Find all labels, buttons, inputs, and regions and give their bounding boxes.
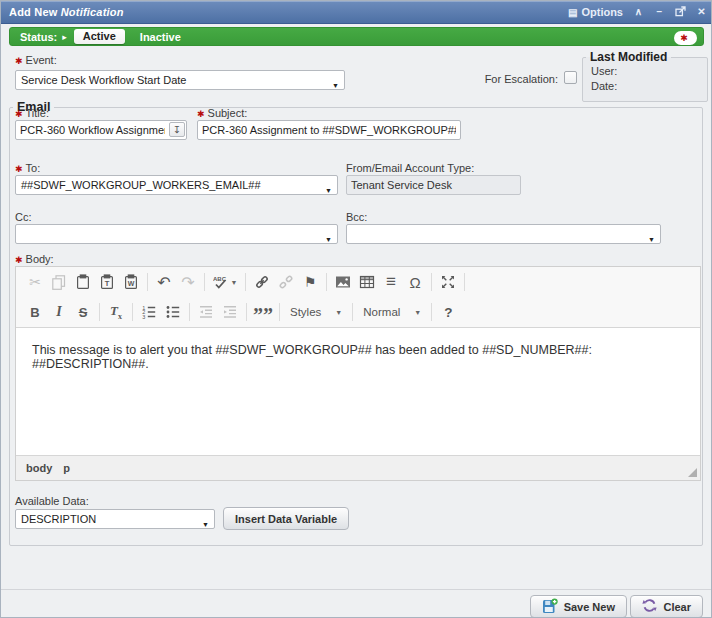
editor-toolbar-row2: B I S Tx 123 ”” Styles ▼ — [16, 297, 700, 327]
about-help-icon[interactable]: ? — [436, 300, 460, 324]
last-modified-fieldset: Last Modified User: Date: — [582, 50, 708, 102]
styles-dropdown[interactable]: Styles ▼ — [284, 300, 348, 324]
spell-check-icon[interactable]: ABC ▼ — [209, 270, 241, 294]
available-data-select[interactable]: DESCRIPTION ▼ — [15, 509, 215, 529]
redo-icon[interactable]: ↷ — [176, 270, 200, 294]
to-select[interactable]: ##SDWF_WORKGROUP_WORKERS_EMAIL## ▼ — [15, 175, 338, 195]
required-asterisk-icon: ✱ — [15, 255, 23, 265]
copy-icon[interactable] — [47, 270, 71, 294]
numbered-list-icon[interactable]: 123 — [137, 300, 161, 324]
minimize-icon[interactable]: − — [654, 7, 665, 17]
status-label: Status: — [20, 31, 57, 43]
element-path-p[interactable]: p — [63, 462, 70, 474]
dropdown-arrow-icon: ▼ — [325, 182, 332, 195]
undo-icon[interactable]: ↶ — [152, 270, 176, 294]
required-asterisk-icon: ✱ — [15, 56, 23, 66]
options-menu-button[interactable]: ▤ Options — [568, 6, 623, 18]
svg-text:3: 3 — [142, 314, 145, 320]
maximize-icon[interactable] — [436, 270, 460, 294]
toolbar-separator — [189, 303, 190, 321]
collapse-icon[interactable]: ∧ — [633, 7, 644, 17]
toolbar-separator — [431, 303, 432, 321]
toolbar-separator — [204, 273, 205, 291]
strikethrough-icon[interactable]: S — [71, 300, 95, 324]
insert-data-variable-button[interactable]: Insert Data Variable — [223, 507, 349, 530]
toolbar-separator — [326, 273, 327, 291]
subject-input[interactable] — [197, 120, 461, 140]
toolbar-separator — [245, 273, 246, 291]
toolbar-separator — [431, 273, 432, 291]
save-new-button[interactable]: Save New — [530, 595, 627, 618]
cc-select[interactable]: ▼ — [15, 224, 338, 244]
italic-icon[interactable]: I — [47, 300, 71, 324]
save-new-icon — [542, 598, 558, 616]
element-path-body[interactable]: body — [26, 462, 52, 474]
bcc-select[interactable]: ▼ — [346, 224, 661, 244]
bulleted-list-icon[interactable] — [161, 300, 185, 324]
anchor-flag-icon[interactable]: ⚑ — [298, 270, 322, 294]
from-account-type-label: From/Email Account Type: — [346, 162, 474, 174]
paste-plain-text-icon[interactable]: T — [95, 270, 119, 294]
dropdown-arrow-icon: ▼ — [648, 231, 655, 244]
toolbar-separator — [352, 303, 353, 321]
image-icon[interactable] — [331, 270, 355, 294]
toolbar-separator — [246, 303, 247, 321]
paste-from-word-icon[interactable]: W — [119, 270, 143, 294]
toolbar-separator — [464, 273, 465, 291]
add-new-notification-window: Add New Notification ▤ Options ∧ − ✕ Sta… — [0, 0, 712, 618]
table-icon[interactable] — [355, 270, 379, 294]
required-asterisk-icon: ✱ — [197, 109, 205, 119]
for-escalation-checkbox[interactable] — [564, 71, 577, 84]
last-modified-date-label: Date: — [591, 79, 617, 94]
clear-button[interactable]: Clear — [630, 595, 703, 618]
dropdown-arrow-icon: ▼ — [325, 231, 332, 244]
subject-label: ✱Subject: — [197, 107, 247, 119]
title-input[interactable] — [15, 120, 187, 140]
remove-format-icon[interactable]: Tx — [104, 300, 128, 324]
body-editor-content[interactable]: This message is to alert you that ##SDWF… — [16, 327, 700, 456]
to-label: ✱To: — [15, 162, 40, 174]
paste-icon[interactable] — [71, 270, 95, 294]
chevron-down-icon: ▼ — [335, 309, 342, 316]
chevron-down-icon: ▼ — [414, 309, 421, 316]
for-escalation-label: For Escalation: — [441, 73, 558, 85]
toolbar-separator — [132, 303, 133, 321]
format-dropdown[interactable]: Normal ▼ — [357, 300, 427, 324]
status-inactive-button[interactable]: Inactive — [140, 31, 181, 43]
required-asterisk-icon: ✱ — [15, 109, 23, 119]
title-default-trigger-icon[interactable]: ↧ — [169, 122, 185, 137]
increase-indent-icon[interactable] — [218, 300, 242, 324]
unlink-icon[interactable] — [274, 270, 298, 294]
bold-icon[interactable]: B — [23, 300, 47, 324]
clear-refresh-icon — [642, 598, 657, 615]
last-modified-legend: Last Modified — [586, 50, 671, 64]
editor-toolbar-row1: ✂ T W ↶ ↷ ABC ▼ — [16, 267, 700, 297]
toolbar-separator — [99, 303, 100, 321]
available-data-label: Available Data: — [15, 495, 89, 507]
resize-grip[interactable] — [688, 468, 697, 477]
required-indicator-badge: ✱ — [674, 31, 697, 45]
popout-icon[interactable] — [675, 6, 686, 19]
title-label: ✱Title: — [15, 107, 49, 119]
cut-icon[interactable]: ✂ — [23, 270, 47, 294]
status-arrow-icon: ▸ — [62, 32, 67, 42]
decrease-indent-icon[interactable] — [194, 300, 218, 324]
toolbar-separator — [147, 273, 148, 291]
window-title-emphasis: Notification — [61, 6, 124, 18]
horizontal-line-icon[interactable]: ≡ — [379, 270, 403, 294]
svg-text:W: W — [128, 280, 135, 287]
special-character-icon[interactable]: Ω — [403, 270, 427, 294]
dropdown-arrow-icon: ▼ — [332, 77, 339, 90]
cc-label: Cc: — [15, 211, 32, 223]
block-quote-icon[interactable]: ”” — [251, 300, 275, 324]
event-label: ✱Event: — [15, 54, 57, 66]
close-icon[interactable]: ✕ — [696, 7, 707, 17]
link-icon[interactable] — [250, 270, 274, 294]
event-select[interactable]: Service Desk Workflow Start Date ▼ — [15, 70, 345, 90]
status-active-button[interactable]: Active — [74, 29, 125, 44]
window-titlebar[interactable]: Add New Notification ▤ Options ∧ − ✕ — [1, 1, 712, 24]
from-account-type-field — [346, 175, 521, 195]
required-asterisk-icon: ✱ — [15, 164, 23, 174]
footer-divider — [1, 589, 712, 590]
options-list-icon: ▤ — [568, 7, 577, 18]
